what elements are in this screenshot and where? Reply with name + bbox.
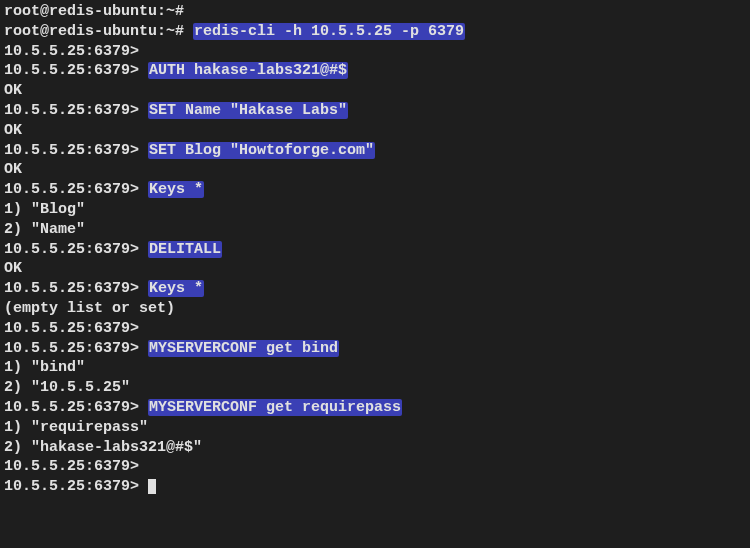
terminal-line: 10.5.5.25:6379> MYSERVERCONF get require… [4,398,746,418]
terminal-line: 1) "bind" [4,358,746,378]
terminal-line: 10.5.5.25:6379> SET Name "Hakase Labs" [4,101,746,121]
redis-prompt: 10.5.5.25:6379> [4,241,148,258]
terminal-line: 10.5.5.25:6379> [4,319,746,339]
terminal-line: root@redis-ubuntu:~# [4,2,746,22]
redis-prompt: 10.5.5.25:6379> [4,62,148,79]
command-output: 1) "requirepass" [4,419,148,436]
terminal-line: (empty list or set) [4,299,746,319]
redis-prompt: 10.5.5.25:6379> [4,340,148,357]
redis-prompt: 10.5.5.25:6379> [4,142,148,159]
shell-prompt: root@redis-ubuntu:~# [4,23,193,40]
terminal-line: OK [4,121,746,141]
terminal-line: 2) "hakase-labs321@#$" [4,438,746,458]
command-output: OK [4,122,22,139]
terminal-line: 2) "Name" [4,220,746,240]
command-text: redis-cli -h 10.5.5.25 -p 6379 [193,23,465,40]
command-output: 2) "Name" [4,221,85,238]
redis-prompt: 10.5.5.25:6379> [4,181,148,198]
redis-prompt: 10.5.5.25:6379> [4,478,148,495]
command-output: OK [4,161,22,178]
terminal-line: 10.5.5.25:6379> [4,42,746,62]
terminal-line: 10.5.5.25:6379> [4,477,746,497]
terminal-line: 2) "10.5.5.25" [4,378,746,398]
command-text: SET Name "Hakase Labs" [148,102,348,119]
terminal-line: OK [4,259,746,279]
terminal-line: 1) "requirepass" [4,418,746,438]
redis-prompt: 10.5.5.25:6379> [4,458,148,475]
redis-prompt: 10.5.5.25:6379> [4,102,148,119]
terminal-cursor [148,479,156,494]
command-text: SET Blog "Howtoforge.com" [148,142,375,159]
redis-prompt: 10.5.5.25:6379> [4,320,148,337]
terminal-line: 10.5.5.25:6379> DELITALL [4,240,746,260]
terminal-line: OK [4,160,746,180]
terminal-line: root@redis-ubuntu:~# redis-cli -h 10.5.5… [4,22,746,42]
command-text: MYSERVERCONF get bind [148,340,339,357]
redis-prompt: 10.5.5.25:6379> [4,43,148,60]
command-text: MYSERVERCONF get requirepass [148,399,402,416]
terminal-output[interactable]: root@redis-ubuntu:~# root@redis-ubuntu:~… [4,2,746,497]
redis-prompt: 10.5.5.25:6379> [4,399,148,416]
terminal-line: 10.5.5.25:6379> Keys * [4,279,746,299]
command-text: AUTH hakase-labs321@#$ [148,62,348,79]
terminal-line: 10.5.5.25:6379> [4,457,746,477]
terminal-line: 10.5.5.25:6379> MYSERVERCONF get bind [4,339,746,359]
command-output: (empty list or set) [4,300,175,317]
terminal-line: 1) "Blog" [4,200,746,220]
command-text: Keys * [148,280,204,297]
terminal-line: 10.5.5.25:6379> Keys * [4,180,746,200]
command-output: 1) "Blog" [4,201,85,218]
command-output: OK [4,82,22,99]
command-text: DELITALL [148,241,222,258]
redis-prompt: 10.5.5.25:6379> [4,280,148,297]
terminal-line: 10.5.5.25:6379> AUTH hakase-labs321@#$ [4,61,746,81]
command-output: 2) "hakase-labs321@#$" [4,439,202,456]
shell-prompt: root@redis-ubuntu:~# [4,3,193,20]
terminal-line: 10.5.5.25:6379> SET Blog "Howtoforge.com… [4,141,746,161]
command-output: OK [4,260,22,277]
command-output: 1) "bind" [4,359,85,376]
command-output: 2) "10.5.5.25" [4,379,130,396]
command-text: Keys * [148,181,204,198]
terminal-line: OK [4,81,746,101]
